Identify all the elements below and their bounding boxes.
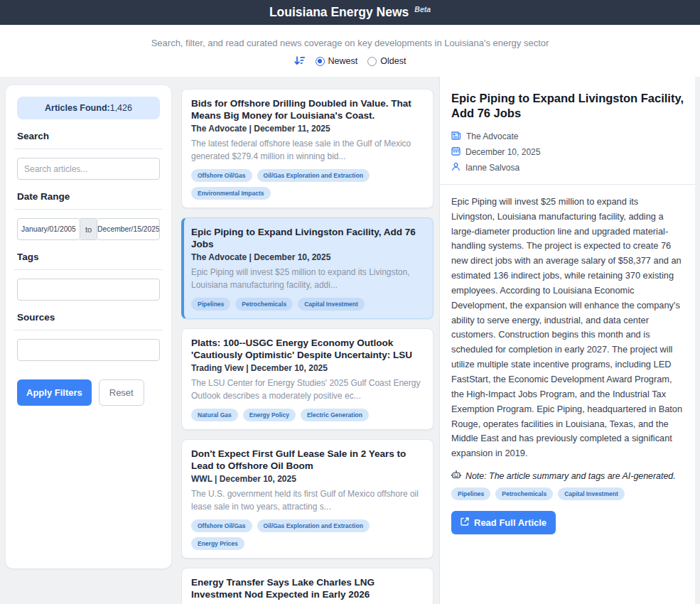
read-full-article-button[interactable]: Read Full Article [451,511,556,534]
detail-title: Epic Piping to Expand Livingston Facilit… [451,91,684,122]
filter-sidebar: Articles Found:1,426 Search Date Range t… [6,85,171,568]
tag-pill: Pipelines [451,487,490,500]
tag-pill: Capital Investment [298,298,365,311]
radio-selected-icon [316,57,325,66]
newspaper-icon [451,131,461,142]
search-input[interactable] [17,158,160,180]
article-title: Don't Expect First Gulf Lease Sale in 2 … [191,448,424,472]
sources-heading: Sources [17,312,160,323]
detail-date-row: December 10, 2025 [451,146,684,158]
date-range-heading: Date Range [17,191,160,202]
divider [14,209,163,210]
tag-pill: Environmental Impacts [191,187,271,200]
article-title: Epic Piping to Expand Livingston Facilit… [191,226,424,250]
beta-badge: Beta [414,5,431,14]
sort-descending-icon [294,56,306,66]
divider [14,330,163,330]
article-summary: The latest federal offshore lease sale i… [191,137,424,163]
app-header: Louisiana Energy News Beta [0,0,700,25]
article-title: Bids for Offshore Drilling Doubled in Va… [191,97,424,122]
detail-meta: The Advocate December 10, 2025 Ianne Sal… [451,131,684,173]
article-card[interactable]: Epic Piping to Expand Livingston Facilit… [181,217,434,319]
apply-filters-button[interactable]: Apply Filters [17,379,92,406]
detail-source: The Advocate [466,131,518,141]
sort-newest-radio[interactable]: Newest [316,56,358,66]
date-range-row: to [17,218,160,240]
article-tags: Offshore Oil/GasOil/Gas Exploration and … [191,169,424,200]
filter-buttons: Apply Filters Reset [17,379,160,406]
tag-pill: Oil/Gas Exploration and Extraction [257,519,370,532]
tag-pill: Offshore Oil/Gas [191,169,252,182]
tags-input[interactable] [17,279,160,301]
radio-unselected-icon [367,57,377,66]
article-source-date: WWL | December 10, 2025 [191,474,424,484]
article-source-date: The Advocate | December 10, 2025 [191,252,424,262]
calendar-icon [451,146,461,158]
read-full-article-label: Read Full Article [474,517,546,528]
ai-note: Note: The article summary and tags are A… [451,470,684,481]
robot-icon [451,470,461,481]
tag-pill: Oil/Gas Exploration and Extraction [257,169,370,182]
article-detail-panel: Epic Piping to Expand Livingston Facilit… [439,77,695,604]
sort-oldest-label: Oldest [380,56,406,66]
articles-found-label: Articles Found: [45,103,110,113]
tag-pill: Energy Policy [243,409,296,421]
article-summary: The LSU Center for Energy Studies' 2025 … [191,377,424,402]
tag-pill: Electric Generation [301,409,369,421]
sort-oldest-radio[interactable]: Oldest [367,56,406,66]
article-title: Platts: 100--USGC Energy Economy Outlook… [191,337,424,361]
tag-pill: Capital Investment [558,487,625,500]
detail-date: December 10, 2025 [465,147,540,157]
articles-found-value: 1,426 [110,103,132,113]
person-icon [451,162,461,173]
tag-pill: Petrochemicals [235,298,293,311]
date-to-input[interactable] [97,218,160,240]
detail-author: Ianne Salvosa [465,163,519,173]
divider [14,269,163,270]
article-card[interactable]: Energy Transfer Says Lake Charles LNG In… [181,568,434,604]
article-tags: PipelinesPetrochemicalsCapital Investmen… [191,298,424,311]
date-to-label: to [80,218,97,240]
sort-controls: Newest Oldest [0,56,700,66]
article-card[interactable]: Don't Expect First Gulf Lease Sale in 2 … [181,439,434,559]
app-window: Louisiana Energy News Beta Search, filte… [0,0,700,604]
article-summary: The U.S. government held its first Gulf … [191,487,424,513]
app-subtitle: Search, filter, and read curated news co… [0,38,700,48]
articles-found-badge: Articles Found:1,426 [17,97,160,119]
article-card[interactable]: Platts: 100--USGC Energy Economy Outlook… [181,328,434,430]
detail-body: Epic Piping will invest $25 million to e… [451,195,684,461]
sources-input[interactable] [17,339,160,361]
article-title: Energy Transfer Says Lake Charles LNG In… [191,576,424,600]
detail-author-row: Ianne Salvosa [451,162,684,173]
tag-pill: Petrochemicals [495,487,553,500]
main-content: Articles Found:1,426 Search Date Range t… [0,77,700,604]
date-from-input[interactable] [17,218,80,240]
article-tags: Natural GasEnergy PolicyElectric Generat… [191,409,424,421]
external-link-icon [461,517,469,528]
ai-note-text: Note: The article summary and tags are A… [465,471,676,481]
tag-pill: Natural Gas [191,409,238,421]
detail-tags: PipelinesPetrochemicalsCapital Investmen… [451,487,684,500]
detail-source-row: The Advocate [451,131,684,142]
article-source-date: Trading View | December 10, 2025 [191,363,424,373]
article-card[interactable]: Bids for Offshore Drilling Doubled in Va… [181,89,434,208]
tag-pill: Energy Prices [191,537,244,550]
divider [440,184,695,185]
article-source-date: The Advocate | December 11, 2025 [191,124,424,134]
reset-button[interactable]: Reset [99,379,144,406]
tag-pill: Offshore Oil/Gas [191,519,252,532]
tags-heading: Tags [17,252,160,262]
article-list: Bids for Offshore Drilling Doubled in Va… [181,77,434,604]
divider [14,149,163,149]
tag-pill: Pipelines [191,298,230,311]
sort-newest-label: Newest [328,56,358,66]
article-tags: Offshore Oil/GasOil/Gas Exploration and … [191,519,424,550]
subheader: Search, filter, and read curated news co… [0,25,700,77]
search-heading: Search [17,131,160,141]
app-title: Louisiana Energy News [269,5,409,20]
article-summary: Epic Piping will invest $25 million to e… [191,266,424,291]
